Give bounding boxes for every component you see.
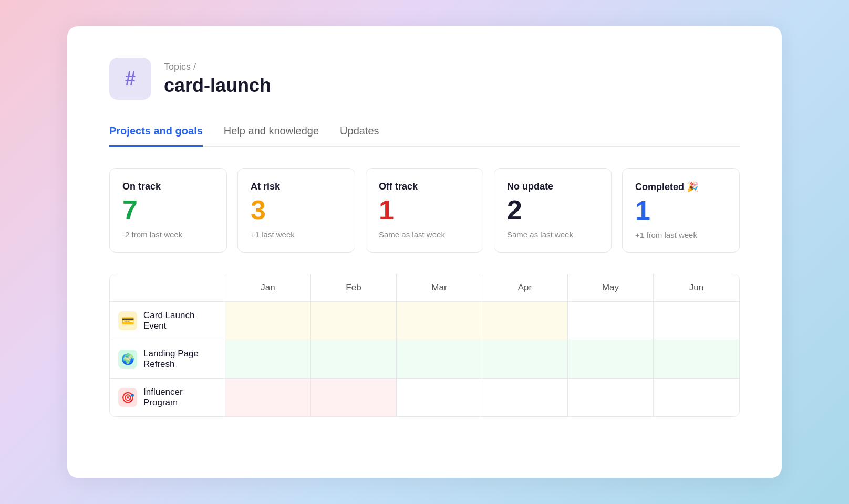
main-card: # Topics / card-launch Projects and goal… <box>67 26 782 478</box>
timeline-month-mar: Mar <box>397 274 482 301</box>
stat-card-on-track[interactable]: On track 7 -2 from last week <box>109 168 227 253</box>
timeline-row-card-launch[interactable]: 💳 Card Launch Event <box>110 302 739 340</box>
timeline-header: Jan Feb Mar Apr May Jun <box>110 274 739 302</box>
timeline-row-influencer[interactable]: 🎯 Influencer Program <box>110 379 739 416</box>
stat-sub-no-update: Same as last week <box>507 230 598 239</box>
cell <box>482 302 568 340</box>
stat-label-off-track: Off track <box>379 181 470 192</box>
cell <box>482 379 568 416</box>
page-title: card-launch <box>164 75 271 97</box>
stat-sub-completed: +1 from last week <box>635 230 727 239</box>
stat-value-no-update: 2 <box>507 196 598 224</box>
timeline-month-may: May <box>568 274 654 301</box>
row-gantt-card-launch <box>225 302 739 340</box>
cell <box>225 340 311 378</box>
stat-sub-off-track: Same as last week <box>379 230 470 239</box>
cell <box>225 302 311 340</box>
timeline-header-empty <box>110 274 225 301</box>
stat-label-on-track: On track <box>122 181 214 192</box>
cell <box>654 379 739 416</box>
cell <box>654 340 739 378</box>
cell <box>397 379 482 416</box>
stat-label-no-update: No update <box>507 181 598 192</box>
cell <box>397 302 482 340</box>
tab-help-and-knowledge[interactable]: Help and knowledge <box>224 125 319 147</box>
hash-symbol: # <box>125 68 136 90</box>
cell <box>397 340 482 378</box>
timeline-month-jun: Jun <box>654 274 739 301</box>
stat-card-no-update[interactable]: No update 2 Same as last week <box>494 168 612 253</box>
cell <box>568 379 654 416</box>
timeline-row-landing-page[interactable]: 🌍 Landing Page Refresh <box>110 340 739 379</box>
cell <box>311 340 397 378</box>
row-name-influencer: Influencer Program <box>143 387 216 408</box>
cell <box>311 379 397 416</box>
row-label-influencer: 🎯 Influencer Program <box>110 379 225 416</box>
header-text: Topics / card-launch <box>164 61 271 97</box>
stat-label-completed: Completed 🎉 <box>635 181 727 193</box>
row-gantt-landing-page <box>225 340 739 378</box>
cell <box>311 302 397 340</box>
breadcrumb: Topics / <box>164 61 271 72</box>
row-name-landing-page: Landing Page Refresh <box>143 349 216 370</box>
cell <box>225 379 311 416</box>
cell <box>568 340 654 378</box>
row-label-landing-page: 🌍 Landing Page Refresh <box>110 340 225 378</box>
timeline-month-apr: Apr <box>482 274 568 301</box>
row-icon-card-launch: 💳 <box>118 311 137 330</box>
stat-value-at-risk: 3 <box>251 196 342 224</box>
row-label-card-launch: 💳 Card Launch Event <box>110 302 225 340</box>
stat-label-at-risk: At risk <box>251 181 342 192</box>
topic-icon: # <box>109 58 151 100</box>
stats-row: On track 7 -2 from last week At risk 3 +… <box>109 168 740 253</box>
cell <box>568 302 654 340</box>
timeline-month-jan: Jan <box>225 274 311 301</box>
stat-value-off-track: 1 <box>379 196 470 224</box>
header: # Topics / card-launch <box>109 58 740 100</box>
stat-card-completed[interactable]: Completed 🎉 1 +1 from last week <box>622 168 740 253</box>
timeline-month-feb: Feb <box>311 274 397 301</box>
row-icon-landing-page: 🌍 <box>118 350 137 369</box>
tab-updates[interactable]: Updates <box>340 125 379 147</box>
stat-card-at-risk[interactable]: At risk 3 +1 last week <box>237 168 355 253</box>
row-icon-influencer: 🎯 <box>118 388 137 407</box>
stat-card-off-track[interactable]: Off track 1 Same as last week <box>366 168 483 253</box>
timeline: Jan Feb Mar Apr May Jun 💳 Card Launch Ev… <box>109 274 740 417</box>
stat-sub-at-risk: +1 last week <box>251 230 342 239</box>
cell <box>482 340 568 378</box>
row-gantt-influencer <box>225 379 739 416</box>
stat-sub-on-track: -2 from last week <box>122 230 214 239</box>
stat-value-on-track: 7 <box>122 196 214 224</box>
row-name-card-launch: Card Launch Event <box>143 310 216 331</box>
tab-bar: Projects and goals Help and knowledge Up… <box>109 125 740 147</box>
tab-projects-and-goals[interactable]: Projects and goals <box>109 125 203 147</box>
stat-value-completed: 1 <box>635 197 727 224</box>
cell <box>654 302 739 340</box>
